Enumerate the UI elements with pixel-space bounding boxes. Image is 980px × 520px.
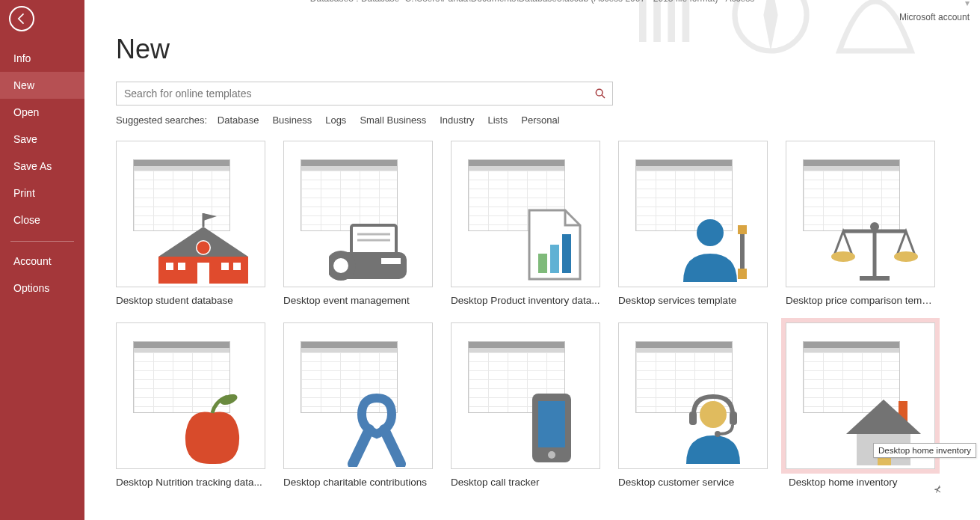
suggested-link-personal[interactable]: Personal <box>521 114 559 126</box>
template-thumb[interactable] <box>283 322 433 469</box>
search-button[interactable] <box>588 82 613 105</box>
template-caption: Desktop student database <box>116 295 265 306</box>
nav-print[interactable]: Print <box>0 180 84 207</box>
tooltip: Desktop home inventory <box>873 443 976 458</box>
nav-save[interactable]: Save <box>0 126 84 153</box>
template-caption: Desktop charitable contributions <box>283 477 433 488</box>
template-thumb[interactable] <box>451 322 600 469</box>
template-caption: Desktop price comparison templ... <box>786 295 935 306</box>
suggested-label: Suggested searches: <box>116 114 207 126</box>
template-tile: Desktop Nutrition tracking data... <box>116 322 265 488</box>
suggested-searches: Suggested searches: DatabaseBusinessLogs… <box>116 114 950 126</box>
template-tile: Desktop call tracker <box>451 322 600 488</box>
template-thumb[interactable] <box>116 322 265 469</box>
main-area: Database3 : Database- C:\Users\Panda\Doc… <box>84 0 980 520</box>
template-caption: Desktop home inventory <box>786 477 935 488</box>
template-tile: Desktop charitable contributions <box>283 322 433 488</box>
mobile-icon <box>522 391 582 465</box>
window-titlebar: Database3 : Database- C:\Users\Panda\Doc… <box>84 0 980 18</box>
template-grid: Desktop student databaseDesktop event ma… <box>116 141 950 488</box>
school-icon <box>158 212 248 287</box>
template-thumb[interactable] <box>116 141 265 287</box>
template-caption: Desktop event management <box>283 295 433 306</box>
phone-fax-icon <box>329 219 411 287</box>
suggested-link-logs[interactable]: Logs <box>325 114 346 126</box>
nav-open[interactable]: Open <box>0 99 84 126</box>
svg-line-6 <box>602 95 605 98</box>
scales-icon <box>830 216 919 284</box>
headset-icon <box>676 392 751 467</box>
template-caption: Desktop customer service <box>618 477 768 488</box>
account-icon[interactable]: ▾ <box>965 0 970 8</box>
template-caption: Desktop services template <box>618 295 768 306</box>
template-tile: Desktop price comparison templ... <box>786 141 935 306</box>
template-thumb[interactable] <box>786 141 935 287</box>
nav-save-as[interactable]: Save As <box>0 153 84 180</box>
template-tile: Desktop student database <box>116 141 265 306</box>
search-input[interactable] <box>116 82 613 105</box>
suggested-link-lists[interactable]: Lists <box>488 114 508 126</box>
apple-icon <box>175 391 250 465</box>
template-thumb[interactable] <box>618 141 768 287</box>
page-title: New <box>116 34 950 65</box>
template-tile: Desktop home inventory⊀Desktop home inve… <box>786 322 935 488</box>
template-thumb[interactable] <box>451 141 600 287</box>
template-caption: Desktop Product inventory data... <box>451 295 600 306</box>
nav-options[interactable]: Options <box>0 275 84 302</box>
template-caption: Desktop call tracker <box>451 477 600 488</box>
template-tile: Desktop event management <box>283 141 433 306</box>
serviceman-icon <box>674 213 749 285</box>
sidebar-separator <box>10 241 74 242</box>
back-button[interactable] <box>9 6 34 31</box>
nav-account[interactable]: Account <box>0 248 84 275</box>
pin-icon[interactable]: ⊀ <box>934 484 941 495</box>
template-thumb[interactable] <box>618 322 768 469</box>
ribbon-icon <box>339 392 414 467</box>
template-thumb[interactable] <box>283 141 433 287</box>
nav-info[interactable]: Info <box>0 45 84 72</box>
backstage-sidebar: InfoNewOpenSaveSave AsPrintClose Account… <box>0 0 84 520</box>
template-thumb[interactable]: Desktop home inventory <box>786 322 935 469</box>
nav-new[interactable]: New <box>0 72 84 99</box>
template-tile: Desktop customer service <box>618 322 768 488</box>
svg-point-5 <box>596 89 603 96</box>
template-tile: Desktop services template <box>618 141 768 306</box>
template-search <box>116 82 613 105</box>
nav-close[interactable]: Close <box>0 207 84 233</box>
suggested-link-industry[interactable]: Industry <box>440 114 474 126</box>
template-caption: Desktop Nutrition tracking data... <box>116 477 265 488</box>
suggested-link-database[interactable]: Database <box>218 114 259 126</box>
doc-chart-icon <box>523 207 586 282</box>
template-tile: Desktop Product inventory data... <box>451 141 600 306</box>
suggested-link-business[interactable]: Business <box>272 114 312 126</box>
account-label[interactable]: Microsoft account <box>899 12 970 22</box>
window-title: Database3 : Database- C:\Users\Panda\Doc… <box>310 0 754 3</box>
suggested-link-small-business[interactable]: Small Business <box>360 114 426 126</box>
